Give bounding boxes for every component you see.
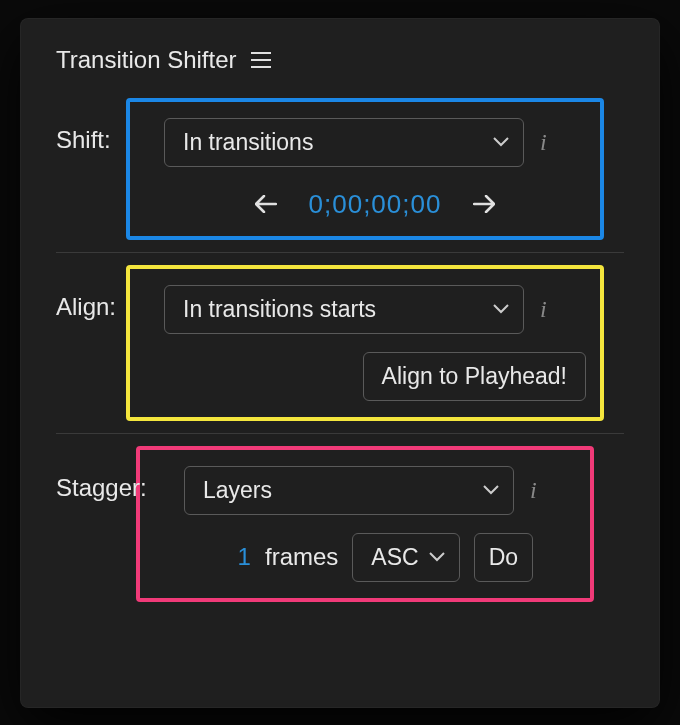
panel-title: Transition Shifter — [56, 46, 237, 74]
align-dropdown-value: In transitions starts — [183, 296, 376, 323]
align-dropdown[interactable]: In transitions starts — [164, 285, 524, 334]
shift-section: Shift: In transitions i 0;00;00;00 — [56, 98, 624, 240]
do-button-label: Do — [489, 544, 518, 570]
arrow-left-icon — [255, 195, 277, 213]
info-icon[interactable]: i — [540, 129, 547, 156]
do-button[interactable]: Do — [474, 533, 533, 582]
stagger-dropdown-value: Layers — [203, 477, 272, 504]
frames-label: frames — [265, 543, 338, 571]
panel: Transition Shifter Shift: In transitions… — [20, 18, 660, 708]
timecode-input[interactable]: 0;00;00;00 — [309, 189, 442, 220]
arrow-right-icon — [473, 195, 495, 213]
order-dropdown-value: ASC — [371, 544, 418, 571]
divider — [56, 433, 624, 434]
stagger-label: Stagger: — [56, 446, 166, 502]
frames-input[interactable]: 1 — [227, 543, 251, 571]
chevron-down-icon — [493, 137, 509, 147]
shift-label: Shift: — [56, 98, 146, 154]
stagger-section: Stagger: Layers i 1 frames ASC — [56, 446, 624, 602]
shift-left-button[interactable] — [251, 189, 281, 220]
info-icon[interactable]: i — [530, 477, 537, 504]
align-section: Align: In transitions starts i Align to … — [56, 265, 624, 421]
shift-dropdown-value: In transitions — [183, 129, 313, 156]
align-label: Align: — [56, 265, 146, 321]
chevron-down-icon — [429, 552, 445, 562]
shift-box: In transitions i 0;00;00;00 — [126, 98, 604, 240]
divider — [56, 252, 624, 253]
align-button-label: Align to Playhead! — [382, 363, 567, 389]
menu-icon[interactable] — [251, 52, 271, 68]
align-to-playhead-button[interactable]: Align to Playhead! — [363, 352, 586, 401]
shift-dropdown[interactable]: In transitions — [164, 118, 524, 167]
info-icon[interactable]: i — [540, 296, 547, 323]
stagger-box: Layers i 1 frames ASC Do — [136, 446, 594, 602]
stagger-dropdown[interactable]: Layers — [184, 466, 514, 515]
panel-header: Transition Shifter — [56, 46, 624, 74]
chevron-down-icon — [483, 485, 499, 495]
order-dropdown[interactable]: ASC — [352, 533, 459, 582]
chevron-down-icon — [493, 304, 509, 314]
align-box: In transitions starts i Align to Playhea… — [126, 265, 604, 421]
shift-right-button[interactable] — [469, 189, 499, 220]
